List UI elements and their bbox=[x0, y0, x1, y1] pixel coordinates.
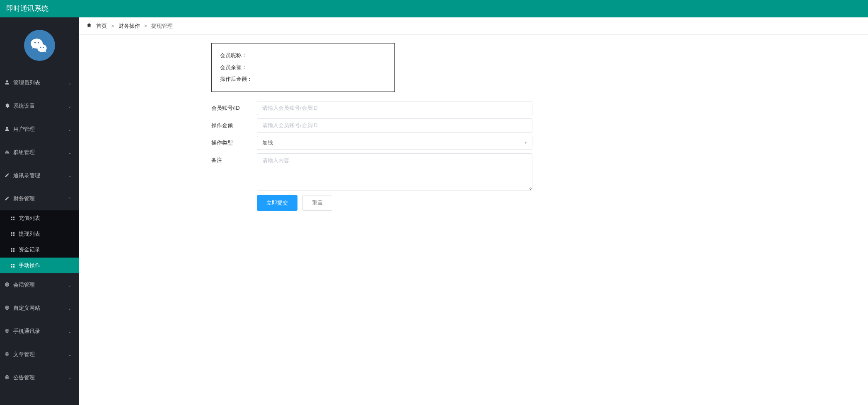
chevron-down-icon: ⌄ bbox=[68, 104, 71, 108]
type-select[interactable]: 加钱 ▾ bbox=[257, 136, 532, 150]
nav-item-5[interactable]: 财务管理⌄ bbox=[0, 187, 79, 210]
info-nickname-row: 会员昵称： bbox=[220, 50, 386, 62]
user-icon bbox=[4, 126, 10, 133]
nav-label: 群组管理 bbox=[13, 149, 35, 156]
breadcrumb-section[interactable]: 财务操作 bbox=[118, 22, 140, 30]
account-label: 会员账号/ID bbox=[211, 101, 257, 112]
content: 会员昵称： 会员余额： 操作后金额： 会员账号/ID 操作金额 操作类型 bbox=[79, 35, 868, 211]
svg-point-2 bbox=[34, 42, 36, 43]
breadcrumb-current: 提现管理 bbox=[151, 22, 173, 30]
app-title: 即时通讯系统 bbox=[6, 5, 48, 12]
edit-icon bbox=[4, 173, 10, 179]
app-logo bbox=[24, 30, 55, 61]
reset-button[interactable]: 重置 bbox=[302, 195, 332, 211]
sub-item-0[interactable]: 充值列表 bbox=[0, 210, 79, 211]
gear-icon bbox=[4, 103, 10, 109]
sidebar: 管理员列表⌄系统设置⌄用户管理⌄群组管理⌄通讯录管理⌄财务管理⌄充值列表提现列表… bbox=[0, 17, 79, 211]
info-after-amount-row: 操作后金额： bbox=[220, 73, 386, 85]
info-balance-row: 会员余额： bbox=[220, 62, 386, 74]
svg-point-3 bbox=[38, 42, 39, 43]
account-input[interactable] bbox=[257, 101, 532, 115]
nav-label: 管理员列表 bbox=[13, 79, 40, 87]
nav-item-3[interactable]: 群组管理⌄ bbox=[0, 141, 79, 164]
breadcrumb-sep: > bbox=[144, 23, 147, 29]
user-icon bbox=[4, 80, 10, 86]
nav-label: 财务管理 bbox=[13, 195, 35, 202]
chevron-down-icon: ⌄ bbox=[68, 197, 71, 201]
app-header: 即时通讯系统 bbox=[0, 0, 868, 17]
nav-item-2[interactable]: 用户管理⌄ bbox=[0, 118, 79, 141]
svg-point-5 bbox=[43, 47, 44, 48]
amount-label: 操作金额 bbox=[211, 118, 257, 129]
nav-item-0[interactable]: 管理员列表⌄ bbox=[0, 71, 79, 94]
breadcrumb-sep: > bbox=[111, 23, 114, 29]
users-icon bbox=[4, 149, 10, 156]
nav-item-4[interactable]: 通讯录管理⌄ bbox=[0, 164, 79, 187]
main-area: 首页 > 财务操作 > 提现管理 会员昵称： 会员余额： 操作后金额： 会员账号… bbox=[79, 17, 868, 211]
member-info-card: 会员昵称： 会员余额： 操作后金额： bbox=[211, 43, 395, 92]
remark-textarea[interactable] bbox=[257, 153, 532, 190]
chevron-down-icon: ⌄ bbox=[68, 127, 71, 132]
nav-item-1[interactable]: 系统设置⌄ bbox=[0, 94, 79, 118]
chat-bubbles-icon bbox=[29, 36, 49, 55]
nav-label: 系统设置 bbox=[13, 102, 35, 110]
home-icon bbox=[86, 22, 92, 29]
chevron-down-icon: ⌄ bbox=[68, 81, 71, 85]
submit-button[interactable]: 立即提交 bbox=[257, 195, 297, 211]
type-select-value: 加钱 bbox=[262, 139, 273, 147]
breadcrumb: 首页 > 财务操作 > 提现管理 bbox=[79, 17, 868, 35]
chevron-down-icon: ⌄ bbox=[68, 174, 71, 178]
logo-wrap bbox=[0, 17, 79, 71]
type-label: 操作类型 bbox=[211, 136, 257, 147]
amount-input[interactable] bbox=[257, 118, 532, 133]
manual-operate-form: 会员账号/ID 操作金额 操作类型 加钱 ▾ bbox=[211, 101, 532, 211]
nav-label: 用户管理 bbox=[13, 125, 35, 133]
chevron-down-icon: ▾ bbox=[525, 140, 527, 145]
breadcrumb-home[interactable]: 首页 bbox=[96, 22, 107, 30]
submenu: 充值列表提现列表资金记录手动操作 bbox=[0, 210, 79, 211]
remark-label: 备注 bbox=[211, 153, 257, 164]
edit-icon bbox=[4, 196, 10, 202]
nav-label: 通讯录管理 bbox=[13, 172, 40, 179]
svg-point-4 bbox=[40, 47, 41, 48]
chevron-down-icon: ⌄ bbox=[68, 150, 71, 155]
